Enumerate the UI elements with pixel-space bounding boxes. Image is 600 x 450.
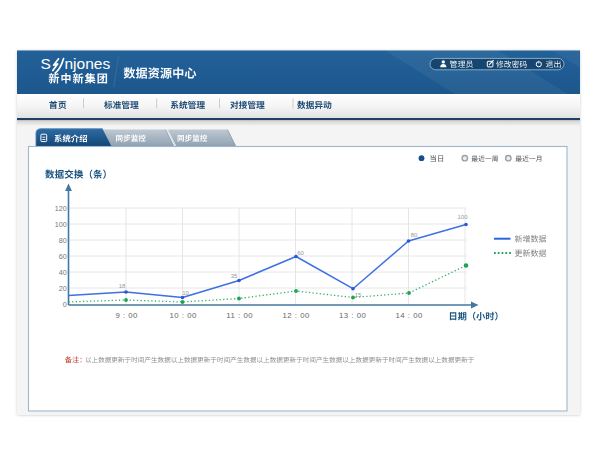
- svg-text:9 : 00: 9 : 00: [115, 311, 138, 320]
- svg-text:80: 80: [411, 232, 418, 238]
- svg-text:njones: njones: [65, 55, 111, 72]
- svg-text:80: 80: [59, 236, 67, 245]
- svg-text:60: 60: [297, 250, 304, 256]
- svg-text:S: S: [41, 55, 51, 72]
- svg-text:18: 18: [119, 283, 126, 289]
- svg-text:0: 0: [63, 300, 67, 309]
- svg-text:15: 15: [355, 292, 362, 298]
- svg-text:60: 60: [59, 252, 67, 261]
- svg-text:14 : 00: 14 : 00: [396, 311, 424, 320]
- svg-text:35: 35: [231, 273, 238, 279]
- svg-text:100: 100: [55, 220, 67, 229]
- svg-text:40: 40: [59, 268, 67, 277]
- svg-text:10: 10: [182, 290, 189, 296]
- svg-text:100: 100: [457, 214, 468, 220]
- svg-text:20: 20: [59, 284, 67, 293]
- svg-text:13 : 00: 13 : 00: [339, 311, 367, 320]
- svg-text:11 : 00: 11 : 00: [226, 311, 253, 320]
- svg-text:12 : 00: 12 : 00: [283, 311, 311, 320]
- svg-text:120: 120: [55, 204, 67, 213]
- svg-text:10 : 00: 10 : 00: [170, 311, 198, 320]
